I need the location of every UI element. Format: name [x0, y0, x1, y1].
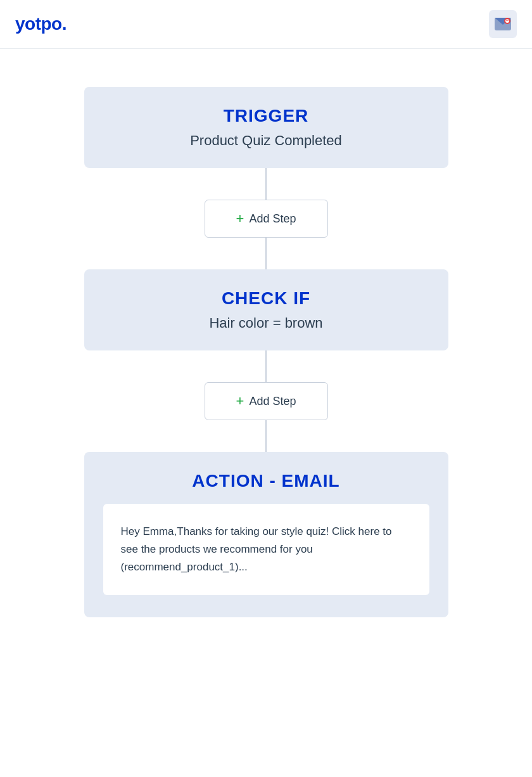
add-step-plus-icon-1: +: [236, 212, 244, 226]
email-content-box: Hey Emma,Thanks for taking our style qui…: [103, 504, 429, 595]
check-if-subtitle: Hair color = brown: [110, 315, 423, 331]
email-icon: [495, 18, 511, 30]
trigger-subtitle: Product Quiz Completed: [110, 132, 423, 149]
email-content-text: Hey Emma,Thanks for taking our style qui…: [121, 523, 412, 576]
action-email-title: ACTION - EMAIL: [103, 471, 429, 491]
add-step-label-1: Add Step: [249, 212, 296, 226]
connector-3: [265, 350, 267, 382]
connector-1: [265, 168, 267, 200]
action-email-block: ACTION - EMAIL Hey Emma,Thanks for takin…: [84, 452, 448, 617]
flow-canvas: TRIGGER Product Quiz Completed + Add Ste…: [0, 49, 532, 655]
trigger-title: TRIGGER: [110, 106, 423, 126]
connector-2: [265, 238, 267, 269]
check-if-title: CHECK IF: [110, 288, 423, 309]
connector-4: [265, 420, 267, 452]
add-step-button-1[interactable]: + Add Step: [205, 200, 328, 238]
trigger-block: TRIGGER Product Quiz Completed: [84, 87, 448, 168]
svg-point-3: [505, 19, 509, 23]
check-if-block: CHECK IF Hair color = brown: [84, 269, 448, 350]
email-header-button[interactable]: [489, 10, 517, 38]
add-step-button-2[interactable]: + Add Step: [205, 382, 328, 420]
yotpo-logo: yotpo.: [15, 14, 66, 34]
app-header: yotpo.: [0, 0, 532, 49]
add-step-label-2: Add Step: [249, 395, 296, 408]
svg-rect-4: [506, 20, 509, 21]
add-step-plus-icon-2: +: [236, 394, 244, 408]
